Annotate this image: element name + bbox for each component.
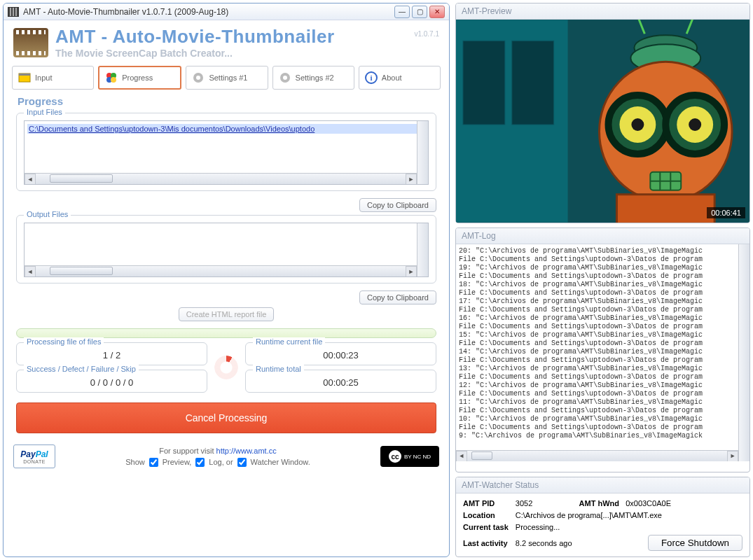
film-icon [13, 28, 48, 57]
input-files-list[interactable]: C:\Documents and Settings\uptodown-3\Mis… [24, 120, 429, 185]
section-title: Progress [4, 92, 449, 110]
preview-panel: AMT-Preview [455, 3, 750, 223]
input-files-group: Input Files C:\Documents and Settings\up… [16, 113, 436, 191]
create-report-button[interactable]: Create HTML report file [179, 307, 275, 321]
info-icon: i [365, 71, 378, 84]
scroll-left-icon[interactable]: ◄ [456, 451, 467, 462]
log-line: 15: "C:\Archivos de programa\AMT\SubBina… [459, 331, 737, 340]
tab-input-label: Input [35, 74, 52, 82]
minimize-button[interactable]: — [394, 6, 410, 18]
runtime-total-group: Runtime total 00:00:25 [245, 370, 436, 393]
sdf-group: Success / Defect / Failure / Skip 0 / 0 … [16, 370, 207, 393]
banner-subtitle: The Movie ScreenCap Batch Creator... [55, 48, 407, 59]
location-value: C:\Archivos de programa[...]\AMT\AMT.exe [516, 511, 742, 519]
force-shutdown-button[interactable]: Force Shutdown [648, 535, 742, 551]
support-link[interactable]: http://www.amt.cc [216, 447, 277, 455]
scroll-right-icon[interactable]: ► [727, 451, 738, 462]
scroll-thumb[interactable] [50, 267, 113, 275]
progress-icon [105, 71, 118, 84]
tab-input[interactable]: Input [12, 66, 94, 90]
watcher-checkbox[interactable] [237, 458, 247, 467]
gear-icon [279, 71, 291, 84]
watcher-panel-title: AMT-Watcher Status [456, 477, 749, 493]
runtime-total-value: 00:00:25 [251, 377, 430, 388]
svg-rect-31 [616, 195, 714, 223]
tab-settings2[interactable]: Settings #2 [272, 66, 354, 90]
titlebar[interactable]: AMT - Auto-Movie-Thumbnailer v1.0.7.1 (2… [4, 4, 449, 20]
window-title: AMT - Auto-Movie-Thumbnailer v1.0.7.1 (2… [23, 7, 390, 17]
tab-progress-label: Progress [122, 74, 153, 82]
scroll-left-icon[interactable]: ◄ [25, 174, 36, 185]
log-line: File C:\Documents and Settings\uptodown-… [459, 306, 737, 314]
location-label: Location [463, 511, 509, 519]
task-value: Processing... [516, 523, 742, 531]
log-line: 17: "C:\Archivos de programa\AMT\SubBina… [459, 298, 737, 306]
tab-about[interactable]: i About [359, 66, 441, 90]
tab-settings2-label: Settings #2 [296, 74, 334, 82]
log-line: File C:\Documents and Settings\uptodown-… [459, 373, 737, 382]
log-line: File C:\Documents and Settings\uptodown-… [459, 390, 737, 398]
log-line: File C:\Documents and Settings\uptodown-… [459, 340, 737, 348]
log-line: File C:\Documents and Settings\uptodown-… [459, 407, 737, 415]
svg-point-7 [196, 76, 200, 80]
output-files-list[interactable]: ◄ ► [24, 223, 429, 277]
preview-frame: 00:06:41 [456, 20, 749, 223]
watcher-checkbox-label: Watcher Window. [251, 458, 310, 466]
log-line: 11: "C:\Archivos de programa\AMT\SubBina… [459, 398, 737, 407]
horizontal-scrollbar[interactable]: ◄ ► [25, 173, 417, 184]
scroll-thumb[interactable] [471, 451, 492, 460]
tab-settings1-label: Settings #1 [209, 74, 247, 82]
scroll-thumb[interactable] [50, 174, 113, 183]
horizontal-scrollbar[interactable]: ◄ ► [25, 265, 417, 276]
log-panel: AMT-Log 20: "C:\Archivos de programa\AMT… [455, 227, 750, 472]
app-icon [8, 7, 19, 17]
log-line: 14: "C:\Archivos de programa\AMT\SubBina… [459, 348, 737, 356]
runtime-total-legend: Runtime total [253, 365, 304, 373]
output-files-group: Output Files ◄ ► [16, 215, 436, 284]
processing-files-value: 1 / 2 [22, 350, 201, 360]
activity-label: Last activity [463, 539, 509, 547]
vertical-scrollbar[interactable] [738, 244, 749, 461]
activity-value: 8.2 seconds ago [516, 539, 572, 547]
banner-version: v1.0.7.1 [414, 30, 439, 38]
svg-rect-15 [512, 41, 554, 125]
vertical-scrollbar[interactable] [417, 121, 428, 184]
pid-value: 3052 [516, 499, 572, 507]
output-files-legend: Output Files [24, 210, 71, 218]
scroll-right-icon[interactable]: ► [406, 174, 417, 185]
close-button[interactable]: ✕ [429, 6, 445, 18]
input-file-item[interactable]: C:\Documents and Settings\uptodown-3\Mis… [27, 124, 425, 134]
copy-output-button[interactable]: Copy to Clipboard [359, 290, 436, 304]
processing-files-group: Processing file of files 1 / 2 [16, 342, 207, 365]
scroll-left-icon[interactable]: ◄ [25, 266, 36, 277]
log-line: 9: "C:\Archivos de programa\AMT\SubBinar… [459, 432, 737, 440]
log-line: 12: "C:\Archivos de programa\AMT\SubBina… [459, 382, 737, 390]
sdf-legend: Success / Defect / Failure / Skip [24, 365, 139, 373]
maximize-button[interactable]: ▢ [412, 6, 427, 18]
sdf-value: 0 / 0 / 0 / 0 [22, 377, 201, 388]
preview-timestamp: 00:06:41 [707, 207, 745, 218]
log-textarea[interactable]: 20: "C:\Archivos de programa\AMT\SubBina… [456, 244, 749, 461]
log-line: 20: "C:\Archivos de programa\AMT\SubBina… [459, 247, 737, 255]
horizontal-scrollbar[interactable]: ◄ ► [456, 450, 738, 461]
donate-label: DONATE [23, 459, 46, 464]
log-line: File C:\Documents and Settings\uptodown-… [459, 323, 737, 331]
vertical-scrollbar[interactable] [417, 223, 428, 276]
svg-rect-14 [463, 41, 505, 125]
spinner-icon [214, 356, 238, 379]
cc-license-badge[interactable]: cc BY NC ND [380, 446, 439, 467]
log-checkbox[interactable] [195, 458, 205, 467]
copy-input-button[interactable]: Copy to Clipboard [359, 198, 436, 212]
tab-settings1[interactable]: Settings #1 [186, 66, 268, 90]
preview-checkbox[interactable] [149, 458, 158, 467]
tab-progress[interactable]: Progress [98, 66, 181, 90]
cc-text: BY NC ND [404, 454, 431, 460]
cancel-processing-button[interactable]: Cancel Processing [16, 402, 436, 433]
input-files-legend: Input Files [24, 108, 65, 116]
log-panel-title: AMT-Log [456, 228, 749, 244]
svg-point-26 [689, 118, 701, 131]
task-label: Current task [463, 523, 509, 531]
paypal-donate-button[interactable]: PayPal DONATE [13, 444, 55, 468]
scroll-right-icon[interactable]: ► [406, 266, 417, 277]
app-banner: AMT - Auto-Movie-Thumbnailer The Movie S… [4, 20, 449, 60]
